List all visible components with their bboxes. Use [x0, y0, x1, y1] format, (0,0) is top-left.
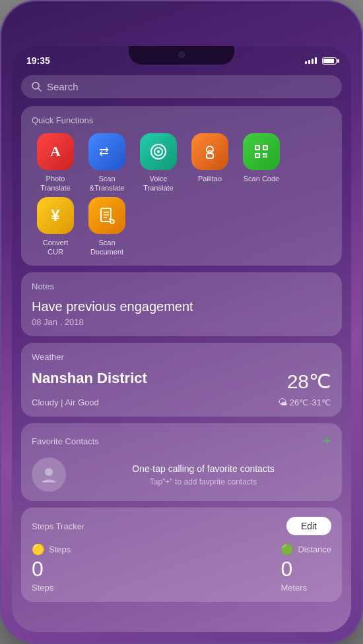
scan-translate-icon: ⇄	[88, 133, 125, 170]
favorite-contacts-card: Favorite Contacts + One-tap calling of f…	[21, 423, 342, 501]
steps-item-steps: 🟡 Steps 0 Steps	[32, 543, 71, 593]
steps-label: Steps	[49, 544, 71, 554]
steps-header: Steps Tracker Edit	[32, 517, 331, 535]
photo-translate-label: PhotoTranslate	[40, 174, 70, 193]
quick-functions-grid: A PhotoTranslate ⇄ Scan&Translate	[32, 133, 331, 256]
svg-point-6	[207, 146, 213, 153]
quick-item-pailitao[interactable]: Pailitao	[186, 133, 234, 193]
voice-translate-label: VoiceTranslate	[143, 174, 173, 193]
quick-item-photo-translate[interactable]: A PhotoTranslate	[32, 133, 79, 193]
quick-functions-card: Quick Functions A PhotoTranslate ⇄ Scan&…	[21, 106, 342, 266]
bar3	[312, 59, 314, 64]
search-bar[interactable]: Search	[21, 75, 342, 98]
person-icon	[40, 465, 58, 484]
scan-document-label: ScanDocument	[90, 238, 123, 257]
note-text: Have previous engagement	[32, 299, 331, 314]
steps-unit: Steps	[32, 583, 71, 593]
contacts-header: Favorite Contacts +	[32, 432, 331, 450]
svg-text:⇄: ⇄	[99, 145, 109, 158]
battery-indicator	[322, 57, 337, 65]
svg-rect-15	[263, 153, 265, 155]
svg-rect-18	[265, 156, 267, 158]
convert-cur-label: ConvertCUR	[43, 238, 69, 257]
pailitao-icon	[191, 133, 228, 170]
front-camera	[178, 51, 185, 58]
phone-shell: 19:35 Search Quick	[0, 0, 363, 644]
phone-screen: 19:35 Search Quick	[12, 46, 351, 632]
contacts-info-text: One-tap calling of favorite contacts Tap…	[75, 463, 331, 487]
steps-grid: 🟡 Steps 0 Steps 🟢 Distance 0 Meters	[32, 543, 331, 593]
notes-card: Notes Have previous engagement 08 Jan , …	[21, 272, 342, 336]
search-placeholder: Search	[47, 81, 79, 92]
steps-icon-header: 🟡 Steps	[32, 543, 71, 556]
avatar-placeholder	[32, 457, 66, 492]
quick-item-convert-cur[interactable]: ¥ ConvertCUR	[32, 197, 79, 257]
bar4	[315, 57, 317, 64]
sun-icon: 🌤	[278, 397, 287, 407]
quick-item-scan-code[interactable]: Scan Code	[238, 133, 285, 193]
weather-card: Weather Nanshan District 28℃ Cloudy | Ai…	[21, 343, 342, 417]
scan-code-icon	[243, 133, 280, 170]
distance-icon-header: 🟢 Distance	[280, 543, 331, 556]
notch	[129, 46, 234, 65]
steps-item-distance: 🟢 Distance 0 Meters	[280, 543, 331, 593]
svg-rect-17	[263, 156, 265, 158]
weather-location: Nanshan District	[32, 370, 147, 387]
svg-point-23	[110, 220, 114, 223]
signal-bars	[305, 57, 317, 64]
bar1	[305, 61, 307, 64]
voice-translate-icon	[140, 133, 177, 170]
status-icons	[305, 57, 337, 65]
quick-functions-title: Quick Functions	[32, 115, 331, 125]
svg-rect-14	[256, 154, 259, 157]
steps-icon: 🟡	[32, 543, 45, 556]
photo-translate-icon: A	[37, 133, 74, 170]
convert-cur-icon: ¥	[37, 197, 74, 234]
weather-description: Cloudy | Air Good	[32, 397, 99, 407]
distance-unit: Meters	[280, 583, 331, 593]
quick-item-scan-document[interactable]: ScanDocument	[83, 197, 131, 257]
edit-button[interactable]: Edit	[286, 517, 331, 535]
contacts-empty-state: One-tap calling of favorite contacts Tap…	[32, 457, 331, 492]
svg-rect-12	[256, 146, 259, 149]
distance-label: Distance	[298, 544, 331, 554]
search-icon	[32, 82, 42, 92]
notes-title: Notes	[32, 281, 331, 291]
weather-main: Nanshan District 28℃	[32, 370, 331, 393]
battery-fill	[323, 59, 334, 63]
steps-tracker-card: Steps Tracker Edit 🟡 Steps 0 Steps 🟢 Dis…	[21, 508, 342, 602]
quick-item-scan-translate[interactable]: ⇄ Scan&Translate	[83, 133, 131, 193]
svg-point-24	[45, 468, 53, 476]
weather-title: Weather	[32, 352, 331, 362]
add-contact-button[interactable]: +	[323, 432, 331, 450]
svg-point-5	[157, 150, 160, 153]
status-time: 19:35	[26, 55, 50, 66]
steps-value: 0	[32, 557, 71, 581]
weather-range: 🌤 26℃-31℃	[278, 397, 331, 407]
svg-line-1	[38, 88, 41, 91]
svg-rect-7	[207, 154, 213, 158]
weather-temp: 28℃	[287, 370, 331, 393]
pailitao-label: Pailitao	[198, 174, 222, 183]
note-date: 08 Jan , 2018	[32, 317, 331, 327]
scan-code-label: Scan Code	[244, 174, 279, 183]
steps-tracker-title: Steps Tracker	[32, 521, 84, 531]
contacts-main-text: One-tap calling of favorite contacts	[75, 463, 331, 476]
weather-sub: Cloudy | Air Good 🌤 26℃-31℃	[32, 397, 331, 407]
distance-icon: 🟢	[280, 543, 294, 556]
quick-item-voice-translate[interactable]: VoiceTranslate	[135, 133, 182, 193]
distance-value: 0	[280, 557, 331, 581]
contacts-title: Favorite Contacts	[32, 436, 99, 446]
bar2	[308, 60, 310, 64]
scan-translate-label: Scan&Translate	[90, 174, 125, 193]
contacts-sub-text: Tap"+" to add favprite contacts	[75, 477, 331, 486]
svg-rect-13	[264, 146, 267, 149]
svg-rect-16	[265, 153, 267, 155]
scan-document-icon	[88, 197, 125, 234]
